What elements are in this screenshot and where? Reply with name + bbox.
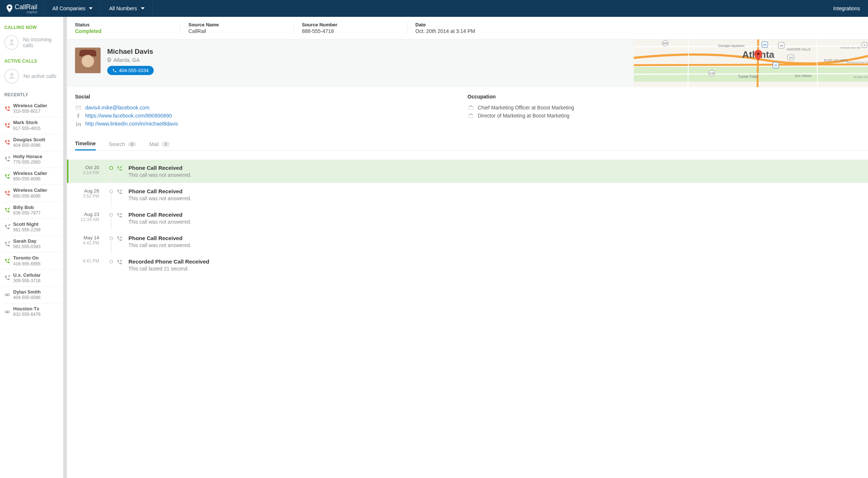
recent-number: 561-555-2259 xyxy=(13,227,41,233)
timeline-time: 3:52 PM xyxy=(75,194,99,199)
svg-point-3 xyxy=(5,311,7,313)
nav-integrations[interactable]: Integrations xyxy=(825,0,868,17)
status-cell-date: Date Oct. 20th 2014 at 3:14 PM xyxy=(407,22,483,34)
svg-rect-40 xyxy=(468,115,473,118)
profile-location: Atlanta, GA xyxy=(107,57,154,63)
recent-item[interactable]: Dylan Smith404-555-0086 xyxy=(3,286,64,303)
call-state-icon xyxy=(4,156,10,162)
location-pin-icon xyxy=(107,57,111,63)
svg-text:285: 285 xyxy=(663,42,668,45)
timeline-item[interactable]: Aug 2311:33 AM Phone Call ReceivedThis c… xyxy=(67,206,868,230)
timeline-date: Aug 26 xyxy=(75,188,99,194)
recent-list: Wireless Caller310-555-6017Mark Stork917… xyxy=(0,100,67,320)
svg-line-8 xyxy=(634,46,868,47)
topbar: CallRail copilot All Companies All Numbe… xyxy=(0,0,868,17)
recent-item[interactable]: Wireless Caller850-555-8095 xyxy=(3,184,64,201)
occupation-title: Occupation xyxy=(468,94,860,100)
nav-numbers-label: All Numbers xyxy=(109,5,137,11)
timeline-date: Aug 23 xyxy=(75,212,99,217)
occupation-text: Chief Marketing Officer at Boost Marketi… xyxy=(478,105,575,111)
call-state-icon xyxy=(4,292,10,298)
svg-text:Turner Field: Turner Field xyxy=(738,75,758,79)
timeline-item[interactable]: May 144:41 PM Phone Call ReceivedThis ca… xyxy=(67,230,868,253)
call-state-icon xyxy=(4,123,10,128)
source-number-label: Source Number xyxy=(302,22,399,27)
tab-mail[interactable]: Mail3 xyxy=(149,138,170,150)
recent-number: 310-555-6017 xyxy=(13,109,47,114)
tab-timeline[interactable]: Timeline xyxy=(75,138,96,150)
timeline-time: 11:33 AM xyxy=(75,217,99,222)
recent-item[interactable]: Billy Bob636-555-7977 xyxy=(3,202,64,219)
nav-all-companies[interactable]: All Companies xyxy=(44,0,101,17)
recent-number: 850-555-8095 xyxy=(13,194,47,199)
recent-number: 917-555-4915 xyxy=(13,126,41,131)
map[interactable]: Atlanta Turner Field Georgia Aquarium Zo… xyxy=(634,40,868,87)
recent-name: Houston Tx xyxy=(13,306,41,312)
timeline-dot-icon xyxy=(109,166,113,170)
occupation-col: Occupation Chief Marketing Officer at Bo… xyxy=(468,94,860,129)
recent-item[interactable]: Wireless Caller850-555-8095 xyxy=(3,168,64,184)
mail-icon xyxy=(75,106,82,110)
recent-item[interactable]: U.s. Cellular309-555-3716 xyxy=(3,269,64,286)
brand-name: CallRail xyxy=(15,3,37,11)
timeline-item[interactable]: Oct 203:14 PM Phone Call ReceivedThis ca… xyxy=(67,160,868,183)
calling-now-title: CALLING NOW xyxy=(0,21,67,33)
profile-location-text: Atlanta, GA xyxy=(113,57,140,63)
svg-point-35 xyxy=(757,53,760,55)
phone-pill[interactable]: 404-555-3334 xyxy=(107,66,154,75)
tab-search-label: Search xyxy=(109,141,125,147)
recent-item[interactable]: Toronto On416-555-6955 xyxy=(3,252,64,269)
logo[interactable]: CallRail copilot xyxy=(0,0,44,17)
calling-now-empty-text: No incoming calls xyxy=(23,37,62,48)
chevron-down-icon xyxy=(141,7,145,10)
source-number-value: 888-555-4718 xyxy=(302,28,399,34)
social-col: Social davis4.mike@facebook.com https://… xyxy=(75,94,468,129)
timeline-time: 4:41 PM xyxy=(75,240,99,246)
profile-photo xyxy=(75,48,101,73)
tab-search[interactable]: Search0 xyxy=(109,138,136,150)
recent-item[interactable]: Holly Horace770-555-2900 xyxy=(3,151,64,168)
recent-name: Billy Bob xyxy=(13,205,41,210)
tab-mail-count: 3 xyxy=(162,142,170,147)
svg-text:139: 139 xyxy=(709,72,714,75)
recent-item[interactable]: Houston Tx832-555-6476 xyxy=(3,303,64,320)
recent-number: 636-555-7977 xyxy=(13,210,41,216)
sidebar: CALLING NOW No incoming calls ACTIVE CAL… xyxy=(0,17,67,478)
nav-all-numbers[interactable]: All Numbers xyxy=(101,0,153,17)
recent-number: 416-555-6955 xyxy=(13,261,41,267)
recent-number: 561-555-0383 xyxy=(13,244,41,250)
active-calls-empty: No active calls xyxy=(0,67,67,89)
svg-line-9 xyxy=(634,74,868,74)
timeline-item[interactable]: 4:41 PM Recorded Phone Call ReceivedThis… xyxy=(67,253,868,277)
recent-name: Wireless Caller xyxy=(13,171,47,176)
recent-item[interactable]: Sarah Day561-555-0383 xyxy=(3,235,64,252)
recent-name: Scott Night xyxy=(13,221,41,227)
social-email-link[interactable]: davis4.mike@facebook.com xyxy=(85,105,149,111)
timeline-date: May 14 xyxy=(75,235,99,240)
status-label: Status xyxy=(75,22,172,27)
timeline-desc: This call was not answered. xyxy=(128,219,191,225)
source-name-label: Source Name xyxy=(188,22,285,27)
timeline-item[interactable]: Aug 263:52 PM Phone Call ReceivedThis ca… xyxy=(67,183,868,206)
timeline-title: Phone Call Received xyxy=(128,165,191,171)
recent-item[interactable]: Douglas Scott404-555-0086 xyxy=(3,134,64,151)
profile-phone: 404-555-3334 xyxy=(119,68,149,73)
occupation-line: Chief Marketing Officer at Boost Marketi… xyxy=(468,105,860,111)
social-facebook-link[interactable]: https://www.facebook.com/890890890 xyxy=(85,113,172,119)
recent-item[interactable]: Mark Stork917-555-4915 xyxy=(3,117,64,134)
timeline-desc: This call was not answered. xyxy=(128,172,191,178)
tabs: Timeline Search0 Mail3 xyxy=(67,132,868,151)
active-calls-empty-text: No active calls xyxy=(23,73,56,79)
svg-rect-39 xyxy=(468,107,473,110)
timeline-time: 3:14 PM xyxy=(75,170,99,175)
svg-text:10: 10 xyxy=(780,44,783,47)
recent-name: Dylan Smith xyxy=(13,289,41,295)
svg-text:EAST ATLANTA: EAST ATLANTA xyxy=(824,59,848,62)
timeline-desc: This call was not answered. xyxy=(128,242,191,248)
timeline-desc: This call was not answered. xyxy=(128,195,191,201)
call-state-icon xyxy=(4,241,10,247)
social-linkedin-link[interactable]: http://www.linkedin.com/in/michael8davis xyxy=(85,121,178,127)
recent-item[interactable]: Wireless Caller310-555-6017 xyxy=(3,100,64,117)
timeline-dot-icon xyxy=(109,236,113,240)
recent-item[interactable]: Scott Night561-555-2259 xyxy=(3,219,64,235)
